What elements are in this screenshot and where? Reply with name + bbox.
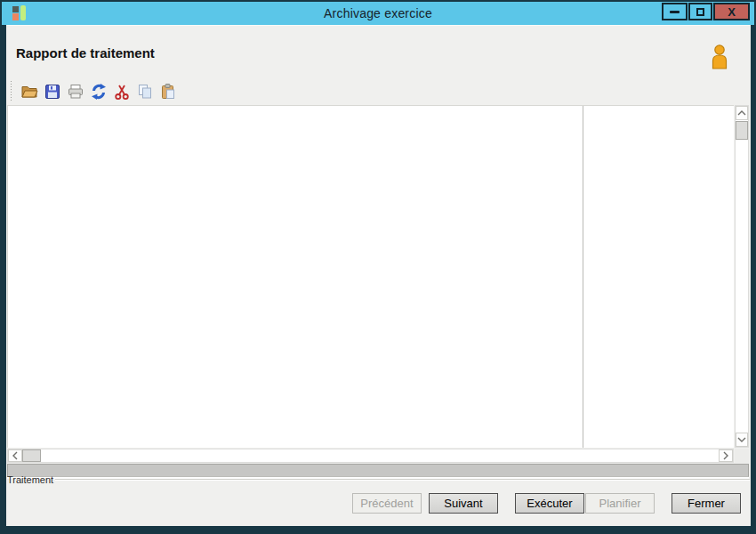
execute-button[interactable]: Exécuter: [515, 493, 584, 514]
refresh-icon: [90, 83, 108, 101]
window-title: Archivage exercice: [2, 6, 754, 20]
close-dialog-button[interactable]: Fermer: [672, 493, 741, 514]
titlebar[interactable]: Archivage exercice X: [2, 2, 754, 25]
chevron-down-icon: [737, 437, 746, 442]
treatment-groupbox: Traitement: [7, 473, 750, 486]
refresh-button[interactable]: [87, 81, 110, 102]
pane-divider: [583, 106, 583, 448]
vertical-scrollbar[interactable]: [735, 105, 749, 448]
schedule-button[interactable]: Planifier: [585, 493, 655, 514]
paste-icon: [159, 83, 177, 101]
group-divider-line: [55, 479, 750, 481]
report-content-area[interactable]: [7, 105, 734, 448]
horizontal-scroll-thumb[interactable]: [22, 449, 41, 462]
cut-button[interactable]: [110, 81, 133, 102]
scroll-up-button[interactable]: [736, 106, 748, 120]
toolbar: [8, 79, 751, 104]
print-button[interactable]: [64, 81, 87, 102]
dialog-window: Archivage exercice X Rapport de traiteme…: [0, 0, 756, 534]
chevron-left-icon: [12, 451, 18, 460]
scroll-right-button[interactable]: [719, 449, 733, 462]
save-button[interactable]: [41, 81, 64, 102]
print-icon: [67, 83, 84, 101]
vertical-scroll-thumb[interactable]: [736, 121, 748, 140]
open-folder-button[interactable]: [18, 81, 41, 102]
next-button[interactable]: Suivant: [429, 493, 498, 514]
previous-button[interactable]: Précédent: [352, 493, 422, 514]
toolbar-grip[interactable]: [10, 81, 12, 102]
page-title: Rapport de traitement: [16, 45, 155, 61]
treatment-group-label: Traitement: [7, 474, 55, 485]
open-folder-icon: [20, 83, 38, 101]
close-button[interactable]: X: [713, 3, 750, 20]
dialog-body: Rapport de traitement: [6, 25, 751, 526]
close-icon: X: [728, 5, 736, 19]
chevron-right-icon: [723, 451, 728, 460]
paste-button[interactable]: [157, 81, 180, 102]
copy-icon: [136, 83, 154, 101]
copy-button[interactable]: [133, 81, 157, 102]
cut-icon: [113, 83, 131, 101]
chevron-up-icon: [737, 110, 746, 116]
scroll-down-button[interactable]: [736, 433, 748, 447]
save-icon: [44, 83, 61, 101]
scrollbar-corner: [735, 449, 749, 463]
user-icon: [710, 44, 729, 74]
maximize-button[interactable]: [688, 3, 712, 20]
window-controls: X: [662, 2, 750, 21]
scroll-left-button[interactable]: [8, 449, 22, 462]
minimize-button[interactable]: [662, 3, 688, 20]
maximize-icon: [696, 8, 704, 16]
minimize-icon: [670, 11, 680, 13]
horizontal-scrollbar[interactable]: [7, 449, 734, 463]
